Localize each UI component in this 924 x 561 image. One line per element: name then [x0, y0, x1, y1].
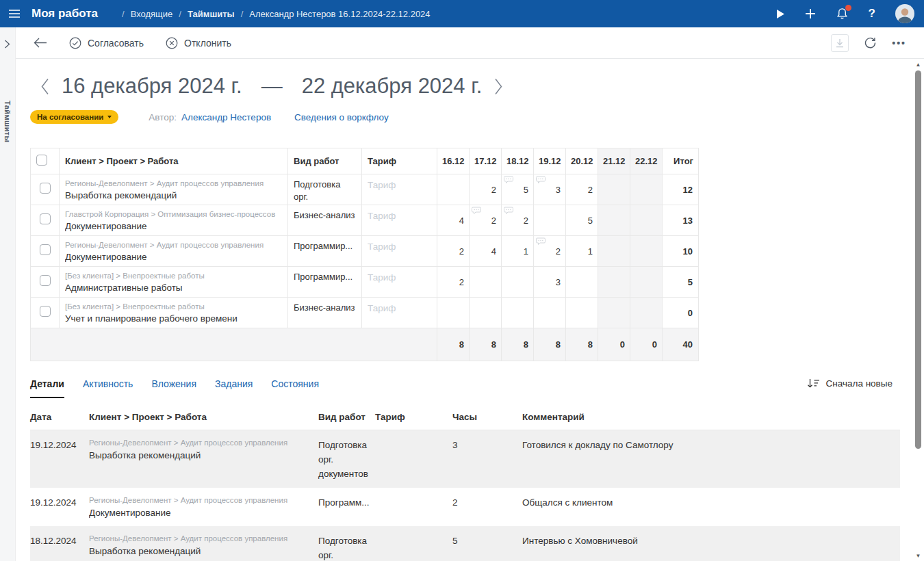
row-checkbox[interactable]	[40, 183, 51, 194]
hours-cell[interactable]	[598, 298, 630, 328]
hours-cell[interactable]	[437, 298, 470, 328]
row-checkbox[interactable]	[40, 306, 51, 317]
breadcrumb-item[interactable]: Таймшиты	[188, 9, 235, 19]
tariff-cell[interactable]: Тариф	[362, 267, 437, 298]
tab-attachments[interactable]: Вложения	[151, 378, 196, 397]
hours-cell[interactable]: 1	[502, 236, 534, 267]
hours-cell[interactable]	[630, 298, 663, 328]
hours-cell[interactable]	[566, 298, 598, 328]
breadcrumb-separator: /	[241, 9, 244, 19]
breadcrumb-item[interactable]: Александр Нестеров 16.12.2024-22.12.2024	[249, 9, 430, 19]
menu-icon[interactable]	[8, 9, 21, 18]
column-header-date: 18.12	[502, 148, 534, 174]
hours-cell[interactable]: 2	[437, 267, 470, 298]
hours-cell[interactable]: 3	[534, 174, 566, 205]
comment-indicator-icon	[504, 176, 513, 184]
back-button[interactable]	[34, 38, 47, 48]
hours-cell[interactable]	[534, 298, 566, 328]
tab-tasks[interactable]: Задания	[215, 378, 253, 397]
hours-cell[interactable]: 2	[534, 236, 566, 267]
status-badge[interactable]: На согласовании	[30, 110, 118, 124]
hours-cell[interactable]: 4	[437, 205, 470, 236]
hours-cell[interactable]	[502, 267, 534, 298]
hours-value: 1	[524, 246, 528, 257]
export-download-icon[interactable]	[831, 34, 849, 52]
hours-cell[interactable]	[502, 298, 534, 328]
help-icon[interactable]: ?	[869, 7, 875, 21]
hours-cell[interactable]: 3	[534, 267, 566, 298]
hours-cell[interactable]	[437, 174, 470, 205]
hours-value: 4	[491, 246, 496, 257]
hours-cell[interactable]: 2	[437, 236, 470, 267]
next-period-chevron-icon[interactable]	[491, 78, 506, 95]
more-actions-icon[interactable]: •••	[892, 38, 906, 49]
comment-indicator-icon	[536, 176, 546, 184]
approve-button-label: Согласовать	[88, 38, 144, 49]
detail-row: 18.12.2024Регионы-Девелопмент > Аудит пр…	[30, 526, 900, 561]
tab-states[interactable]: Состояния	[271, 378, 319, 397]
tariff-cell[interactable]: Тариф	[362, 298, 437, 328]
row-checkbox[interactable]	[40, 244, 51, 255]
tariff-cell[interactable]: Тариф	[362, 236, 437, 267]
hours-cell[interactable]	[470, 298, 502, 328]
hours-cell[interactable]	[598, 236, 630, 267]
work-cell: Главстрой Корпорация > Оптимизация бизне…	[60, 205, 288, 236]
hours-cell[interactable]	[630, 205, 663, 236]
breadcrumb-separator: /	[179, 9, 181, 19]
tariff-cell[interactable]: Тариф	[362, 205, 437, 236]
scrollbar-thumb[interactable]	[915, 70, 921, 449]
detail-hours: 2	[452, 488, 522, 526]
sort-control[interactable]: Сначала новые	[807, 378, 893, 389]
add-icon[interactable]	[805, 8, 816, 19]
scroll-up-arrow-icon[interactable]: ▲	[913, 62, 923, 68]
user-avatar[interactable]	[895, 4, 914, 23]
workflow-info-link[interactable]: Сведения о воркфлоу	[294, 112, 389, 122]
hours-cell[interactable]	[598, 174, 630, 205]
hours-cell[interactable]: 2	[470, 205, 502, 236]
hours-cell[interactable]	[534, 205, 566, 236]
tariff-cell[interactable]: Тариф	[362, 174, 437, 205]
grand-total: 40	[663, 328, 699, 361]
play-icon[interactable]	[776, 9, 785, 19]
tab-details[interactable]: Детали	[30, 378, 64, 398]
work-name: Выработка рекомендаций	[65, 189, 282, 202]
work-cell: Регионы-Девелопмент > Аудит процессов уп…	[60, 174, 288, 205]
sort-label: Сначала новые	[826, 378, 893, 389]
row-checkbox[interactable]	[40, 275, 51, 286]
work-cell: [Без клиента] > Внепроектные работыУчет …	[60, 298, 288, 328]
tariff-placeholder: Тариф	[368, 303, 396, 313]
hours-cell[interactable]	[598, 205, 630, 236]
approve-button[interactable]: Согласовать	[69, 37, 144, 49]
work-type: Программир...	[288, 236, 362, 267]
expand-rail-chevron-icon[interactable]	[4, 39, 11, 51]
hours-cell[interactable]: 5	[566, 205, 598, 236]
hours-cell[interactable]: 2	[470, 174, 502, 205]
hours-cell[interactable]: 2	[566, 174, 598, 205]
author-link[interactable]: Александр Нестеров	[181, 112, 271, 122]
row-checkbox[interactable]	[40, 213, 51, 224]
hours-cell[interactable]	[598, 267, 630, 298]
hours-cell[interactable]: 1	[566, 236, 598, 267]
hours-cell[interactable]	[630, 174, 663, 205]
hours-cell[interactable]: 2	[502, 205, 534, 236]
app-title[interactable]: Моя работа	[31, 7, 98, 21]
hours-cell[interactable]: 5	[502, 174, 534, 205]
breadcrumb-item[interactable]: Входящие	[131, 9, 173, 19]
select-all-checkbox[interactable]	[36, 155, 47, 166]
notifications-bell-icon[interactable]	[836, 7, 849, 21]
vertical-scrollbar[interactable]: ▲ ▼	[913, 60, 923, 561]
hours-cell[interactable]	[630, 236, 663, 267]
reject-button[interactable]: Отклонить	[166, 37, 231, 49]
details-column-header: Тариф	[375, 406, 452, 430]
hours-cell[interactable]	[630, 267, 663, 298]
rail-section-label[interactable]: Таймшиты	[3, 101, 12, 142]
hours-cell[interactable]: 4	[470, 236, 502, 267]
hours-value: 5	[524, 185, 528, 195]
tab-activity[interactable]: Активность	[83, 378, 133, 397]
scroll-down-arrow-icon[interactable]: ▼	[913, 553, 923, 559]
details-column-header: Дата	[30, 406, 89, 430]
refresh-icon[interactable]	[864, 36, 877, 49]
hours-cell[interactable]	[470, 267, 502, 298]
hours-cell[interactable]	[566, 267, 598, 298]
prev-period-chevron-icon[interactable]	[38, 78, 52, 95]
